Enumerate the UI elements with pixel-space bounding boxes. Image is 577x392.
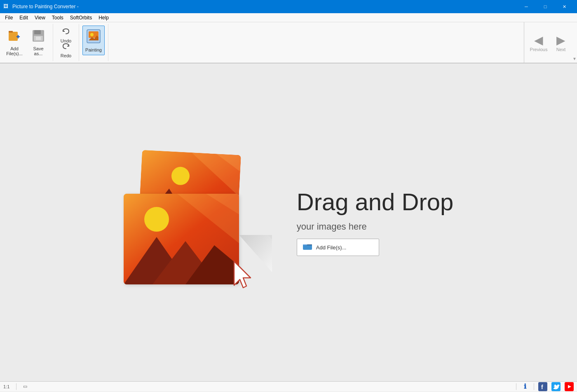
undo-button[interactable]: Undo bbox=[56, 28, 75, 42]
next-label: Next bbox=[556, 47, 566, 52]
drop-text-area: Drag and Drop your images here Add File(… bbox=[297, 189, 453, 256]
drag-drop-subtitle: your images here bbox=[297, 221, 453, 232]
info-icon[interactable]: ℹ bbox=[521, 382, 530, 391]
painting-icon bbox=[86, 29, 101, 47]
save-as-ribbon-button[interactable]: Save as... bbox=[27, 28, 49, 57]
facebook-icon[interactable]: f bbox=[538, 382, 547, 391]
status-separator-2 bbox=[516, 383, 516, 390]
svg-point-21 bbox=[144, 207, 169, 232]
add-files-label: Add File(s)... bbox=[6, 46, 23, 56]
ribbon-scroll: ▼ bbox=[572, 22, 577, 63]
menu-softorbits[interactable]: SoftOrbits bbox=[67, 14, 95, 21]
previous-nav-button[interactable]: ◀ Previous bbox=[528, 28, 550, 57]
svg-marker-27 bbox=[234, 261, 251, 288]
cursor-icon bbox=[231, 260, 256, 293]
front-image-card bbox=[124, 194, 239, 284]
window-controls: ─ □ ✕ bbox=[517, 0, 574, 13]
menu-edit[interactable]: Edit bbox=[16, 14, 31, 21]
previous-label: Previous bbox=[530, 47, 548, 52]
title-bar: 🖼 Picture to Painting Converter - ─ □ ✕ bbox=[0, 0, 577, 13]
svg-point-10 bbox=[90, 33, 94, 36]
add-files-icon bbox=[8, 29, 21, 45]
status-bar: 1:1 ▭ ℹ f bbox=[0, 381, 577, 391]
window-title: Picture to Painting Converter - bbox=[12, 4, 517, 9]
main-content: Drag and Drop your images here Add File(… bbox=[0, 63, 577, 381]
save-as-icon bbox=[32, 29, 45, 45]
svg-rect-0 bbox=[9, 32, 18, 41]
image-illustration bbox=[124, 153, 272, 293]
redo-icon bbox=[61, 42, 70, 53]
undo-icon bbox=[61, 27, 70, 38]
ribbon-group-files: Add File(s)... Save as... bbox=[0, 24, 53, 61]
add-files-main-button[interactable]: Add File(s)... bbox=[297, 239, 379, 256]
save-as-label: Save as... bbox=[33, 46, 43, 56]
status-separator-1 bbox=[16, 383, 16, 390]
twitter-icon[interactable] bbox=[551, 382, 561, 391]
zoom-indicator: ▭ bbox=[23, 384, 27, 389]
painting-button[interactable]: Painting bbox=[82, 26, 105, 55]
painting-label: Painting bbox=[85, 47, 102, 52]
add-files-btn-label: Add File(s)... bbox=[316, 244, 347, 251]
ribbon-nav: ◀ Previous ▶ Next bbox=[524, 22, 572, 63]
next-nav-button[interactable]: ▶ Next bbox=[550, 28, 572, 57]
status-bar-right: ℹ f bbox=[516, 382, 574, 391]
svg-rect-7 bbox=[36, 37, 41, 40]
youtube-icon[interactable] bbox=[565, 382, 574, 391]
drop-zone-container: Drag and Drop your images here Add File(… bbox=[124, 153, 453, 293]
ribbon-buttons-files: Add File(s)... Save as... bbox=[3, 26, 49, 59]
redo-button[interactable]: Redo bbox=[56, 43, 75, 57]
ribbon: Add File(s)... Save as... bbox=[0, 22, 577, 63]
close-button[interactable]: ✕ bbox=[555, 0, 574, 13]
ribbon-group-painting: Painting bbox=[79, 24, 108, 61]
next-arrow-icon: ▶ bbox=[556, 33, 565, 47]
menu-view[interactable]: View bbox=[31, 14, 49, 21]
folder-icon bbox=[303, 243, 312, 252]
menu-file[interactable]: File bbox=[2, 14, 16, 21]
maximize-button[interactable]: □ bbox=[536, 0, 555, 13]
status-separator-3 bbox=[534, 383, 534, 390]
add-files-ribbon-button[interactable]: Add File(s)... bbox=[3, 28, 26, 57]
front-image-inner bbox=[124, 194, 239, 284]
svg-rect-5 bbox=[34, 30, 41, 34]
menu-help[interactable]: Help bbox=[95, 14, 112, 21]
previous-arrow-icon: ◀ bbox=[534, 33, 543, 47]
minimize-button[interactable]: ─ bbox=[517, 0, 536, 13]
svg-rect-1 bbox=[9, 31, 13, 33]
app-icon: 🖼 bbox=[3, 3, 10, 10]
svg-text:f: f bbox=[541, 384, 543, 390]
menu-tools[interactable]: Tools bbox=[49, 14, 67, 21]
menu-bar: File Edit View Tools SoftOrbits Help bbox=[0, 13, 577, 22]
redo-label: Redo bbox=[61, 53, 71, 58]
drag-drop-title: Drag and Drop bbox=[297, 189, 453, 215]
zoom-level: 1:1 bbox=[3, 384, 9, 389]
ribbon-group-undo-redo: Undo Redo bbox=[53, 24, 79, 61]
